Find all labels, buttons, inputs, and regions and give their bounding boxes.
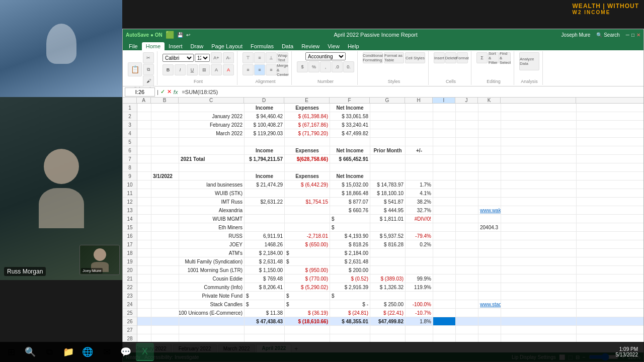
cell-D9[interactable]: Income: [245, 172, 285, 180]
cell-F11[interactable]: $ 18,866.48: [330, 189, 370, 197]
cell-D12[interactable]: $2,631.22: [245, 198, 285, 206]
cell-C14[interactable]: WUIB MGMT: [179, 215, 245, 223]
cell-G26[interactable]: $47,499.82: [370, 317, 406, 325]
cell-F22[interactable]: $ 2,916.39: [330, 283, 370, 291]
cell-H26[interactable]: 1.8%: [406, 317, 433, 325]
cell-C16[interactable]: RUSS: [179, 232, 245, 240]
cell-K13[interactable]: www.wakeupin birmingham.com: [478, 206, 501, 214]
cell-C24[interactable]: Stack Candles: [179, 300, 245, 308]
cell-E18[interactable]: $: [285, 249, 330, 257]
cell-F2[interactable]: $ 33,061.58: [330, 112, 370, 120]
cell-H6[interactable]: +/-: [406, 146, 433, 154]
cell-E3[interactable]: $ (67,167.86): [285, 121, 330, 129]
cell-D4[interactable]: $ 119,290.03: [245, 129, 285, 137]
cell-H4[interactable]: [406, 129, 433, 137]
row-12[interactable]: 12: [123, 198, 137, 206]
cell-J1[interactable]: [456, 104, 478, 112]
cell-C12[interactable]: IMT Russ: [179, 198, 245, 206]
cell-J2[interactable]: [456, 112, 478, 120]
conditional-formatting-btn[interactable]: Conditional Formatting: [363, 52, 383, 63]
merge-center-btn[interactable]: Merge & Center: [277, 64, 288, 75]
cell-E2[interactable]: $ (61,398.84): [285, 112, 330, 120]
decimal-decrease-btn[interactable]: 0.: [343, 61, 354, 72]
cell-G12[interactable]: $ 541.87: [370, 198, 406, 206]
format-painter-btn[interactable]: 🖌: [143, 75, 154, 86]
cell-D18[interactable]: $ 2,184.00: [245, 249, 285, 257]
col-header-F[interactable]: F: [330, 98, 370, 103]
cell-C1[interactable]: [179, 104, 245, 112]
cell-F13[interactable]: $ 660.76: [330, 206, 370, 214]
tab-draw[interactable]: Draw: [187, 42, 208, 50]
cell-A4[interactable]: [137, 129, 151, 137]
row-8[interactable]: 8: [123, 163, 137, 172]
cell-D10[interactable]: $ 21,474.29: [245, 180, 285, 189]
delete-cells-btn[interactable]: Delete: [445, 52, 456, 63]
cell-D17[interactable]: 1468.26: [245, 240, 285, 248]
cell-C2[interactable]: January 2022: [179, 112, 245, 120]
quick-access-save[interactable]: 💾: [177, 32, 183, 38]
align-top-btn[interactable]: ⊤: [243, 52, 254, 63]
search-taskbar-btn[interactable]: 🔍: [21, 343, 39, 361]
align-bottom-btn[interactable]: ⊥: [266, 52, 277, 63]
cell-I2[interactable]: [433, 112, 456, 120]
row-26[interactable]: 26: [123, 317, 137, 326]
cell-A1[interactable]: [137, 104, 151, 112]
cell-H14[interactable]: #DIV/0!: [406, 215, 433, 223]
cell-E16[interactable]: -2,718.01: [285, 232, 330, 240]
align-middle-btn[interactable]: ≡: [254, 52, 265, 63]
align-right-btn[interactable]: ≡: [266, 64, 277, 75]
row-28[interactable]: 28: [123, 334, 137, 342]
cell-C19[interactable]: Multi Family (Syndication): [179, 257, 245, 265]
cell-C13[interactable]: Alexandria: [179, 206, 245, 214]
cell-D21[interactable]: $ 769.48: [245, 275, 285, 283]
cell-H13[interactable]: 32.7%: [406, 206, 433, 214]
font-family-select[interactable]: Calibri: [163, 54, 194, 62]
cell-H22[interactable]: 119.9%: [406, 283, 433, 291]
cell-E25[interactable]: $ (36.19): [285, 309, 330, 317]
cell-C17[interactable]: JOEY: [179, 240, 245, 248]
cell-H1[interactable]: [406, 104, 433, 112]
cell-G24[interactable]: $ 250.00: [370, 300, 406, 308]
tab-data[interactable]: Data: [278, 42, 297, 50]
cell-C10[interactable]: land businesses: [179, 180, 245, 189]
cell-D6[interactable]: Income: [245, 146, 285, 154]
sort-filter-btn[interactable]: Sort & Filter: [488, 52, 499, 63]
border-btn[interactable]: ⊞: [199, 64, 210, 75]
row-27[interactable]: 27: [123, 326, 137, 334]
cell-E9[interactable]: Expenses: [285, 172, 330, 180]
cell-D3[interactable]: $ 100,408.27: [245, 121, 285, 129]
cell-K4[interactable]: [478, 129, 501, 137]
decimal-increase-btn[interactable]: .0: [332, 61, 343, 72]
comma-btn[interactable]: ,: [320, 61, 331, 72]
font-color-btn[interactable]: A: [223, 64, 234, 75]
italic-btn[interactable]: I: [175, 64, 186, 75]
cell-D22[interactable]: $ 8,206.41: [245, 283, 285, 291]
align-center-btn[interactable]: ≡: [254, 64, 265, 75]
formula-fx[interactable]: fx: [174, 89, 178, 95]
row-16[interactable]: 16: [123, 232, 137, 240]
teams-btn[interactable]: 💬: [117, 343, 135, 361]
cell-A2[interactable]: [137, 112, 151, 120]
cell-I3[interactable]: [433, 121, 456, 129]
cell-E1[interactable]: Expenses: [285, 104, 330, 112]
find-select-btn[interactable]: Find & Select: [500, 52, 511, 63]
formula-check[interactable]: ✓: [160, 88, 165, 95]
row-7[interactable]: 7: [123, 155, 137, 163]
copy-btn[interactable]: ⧉: [143, 64, 154, 75]
cell-F24[interactable]: $ -: [330, 300, 370, 308]
cell-G16[interactable]: $ 5,937.52: [370, 232, 406, 240]
cell-I1[interactable]: [433, 104, 456, 112]
font-size-select[interactable]: 12: [195, 54, 210, 62]
row-17[interactable]: 17: [123, 240, 137, 249]
excel-taskbar-btn[interactable]: X: [136, 343, 154, 361]
row-15[interactable]: 15: [123, 223, 137, 232]
cell-F23[interactable]: $: [330, 292, 370, 300]
row-21[interactable]: 21: [123, 275, 137, 283]
col-header-A[interactable]: A: [137, 98, 151, 103]
cell-C15[interactable]: Eth Miners: [179, 223, 245, 231]
cell-F19[interactable]: $ 2,631.48: [330, 257, 370, 265]
cell-J4[interactable]: [456, 129, 478, 137]
cell-B2[interactable]: [151, 112, 179, 120]
insert-cells-btn[interactable]: Insert: [434, 52, 445, 63]
percent-btn[interactable]: %: [308, 61, 319, 72]
